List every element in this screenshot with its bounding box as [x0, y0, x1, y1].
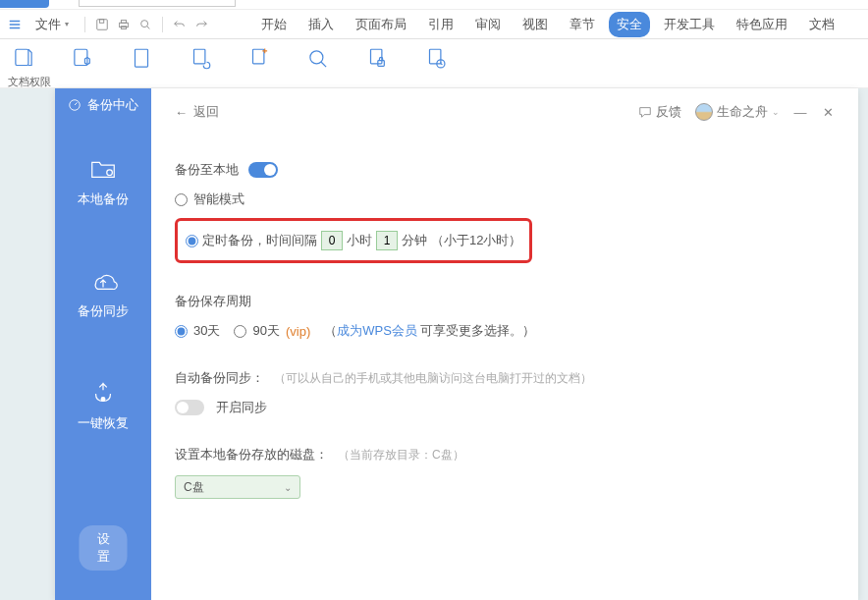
- ribbon-toolbar: 文件 ▾ 开始 插入 页面布局 引用 审阅 视图 章节 安全 开发工具 特色应用…: [0, 10, 868, 39]
- minutes-input[interactable]: [376, 231, 398, 250]
- limit-note: （小于12小时）: [431, 232, 521, 249]
- document-tab[interactable]: [79, 0, 236, 7]
- doc-search-icon[interactable]: [302, 43, 334, 75]
- dialog-header-right: 反馈 生命之舟 ⌄ — ✕: [638, 103, 835, 121]
- doc-blank-icon[interactable]: [126, 43, 157, 75]
- retention-90-radio[interactable]: [234, 325, 246, 338]
- back-label: 返回: [193, 103, 219, 121]
- svg-rect-6: [16, 49, 28, 65]
- autosync-enable-label: 开启同步: [216, 399, 267, 416]
- svg-point-18: [101, 398, 105, 402]
- disk-title-row: 设置本地备份存放的磁盘： （当前存放目录：C盘）: [175, 446, 835, 464]
- retention-rest: 可享受更多选择。）: [417, 323, 536, 338]
- settings-button[interactable]: 设置: [80, 525, 128, 571]
- dashboard-icon: [68, 98, 81, 112]
- retention-30-radio[interactable]: [175, 325, 188, 338]
- user-name: 生命之舟: [717, 103, 768, 121]
- local-backup-toggle[interactable]: [248, 162, 278, 178]
- chevron-down-icon: ⌄: [772, 107, 780, 117]
- tab-insert[interactable]: 插入: [300, 12, 342, 37]
- autosync-toggle[interactable]: [175, 400, 204, 415]
- tab-page-layout[interactable]: 页面布局: [348, 12, 414, 37]
- svg-rect-0: [97, 19, 108, 29]
- backup-center-dialog: 备份中心 本地备份 备份同步 一键恢复 设置 ←: [55, 88, 858, 600]
- restore-icon: [88, 377, 118, 407]
- cloud-upload-icon: [88, 265, 118, 295]
- doc-permission-icon[interactable]: [8, 43, 39, 75]
- dialog-content: ← 返回 反馈 生命之舟 ⌄ — ✕: [151, 88, 858, 600]
- tab-chapter[interactable]: 章节: [562, 12, 603, 37]
- doc-time-icon[interactable]: [420, 43, 452, 75]
- document-area: 备份中心 本地备份 备份同步 一键恢复 设置 ←: [0, 88, 868, 600]
- svg-rect-12: [371, 49, 382, 64]
- autosync-hint: （可以从自己的手机或其他电脑访问这台电脑打开过的文档）: [274, 370, 592, 387]
- minimize-button[interactable]: —: [793, 105, 807, 120]
- disk-select[interactable]: C盘 ⌄: [175, 475, 300, 499]
- svg-rect-3: [121, 20, 126, 23]
- local-backup-title: 备份至本地: [175, 161, 239, 179]
- vip-badge: (vip): [286, 324, 310, 339]
- hours-input[interactable]: [321, 231, 343, 250]
- smart-mode-label: 智能模式: [193, 191, 244, 208]
- tab-security[interactable]: 安全: [609, 12, 650, 37]
- ribbon-group-security: 文档权限: [0, 39, 868, 88]
- local-backup-title-row: 备份至本地: [175, 161, 835, 179]
- hours-label: 小时: [347, 232, 372, 249]
- save-icon[interactable]: [93, 16, 111, 33]
- autosync-title: 自动备份同步：: [175, 369, 264, 387]
- doc-add-icon[interactable]: [244, 43, 275, 75]
- smart-mode-radio[interactable]: [175, 193, 188, 206]
- back-button[interactable]: ← 返回: [175, 103, 219, 121]
- ribbon-group-label: 文档权限: [8, 75, 51, 89]
- retention-note: （成为WPS会员 可享受更多选择。）: [324, 322, 535, 340]
- chat-icon: [638, 105, 652, 119]
- doc-refresh-icon[interactable]: [185, 43, 216, 75]
- feedback-label: 反馈: [656, 103, 681, 121]
- close-button[interactable]: ✕: [821, 105, 835, 120]
- smart-mode-row: 智能模式: [175, 191, 835, 208]
- svg-point-11: [310, 51, 323, 64]
- settings-label: 设置: [97, 531, 110, 564]
- sidebar-item-label: 本地备份: [78, 191, 129, 208]
- sidebar-item-restore[interactable]: 一键恢复: [78, 377, 129, 432]
- redo-icon[interactable]: [192, 16, 210, 33]
- chevron-down-icon: ⌄: [284, 482, 292, 493]
- sidebar-item-label: 一键恢复: [78, 414, 129, 432]
- arrow-left-icon: ←: [175, 105, 188, 120]
- doc-shield-icon[interactable]: [67, 43, 98, 75]
- disk-selected-label: C盘: [184, 479, 204, 496]
- sidebar-item-local-backup[interactable]: 本地备份: [78, 153, 129, 208]
- file-menu-button[interactable]: 文件 ▾: [27, 14, 77, 35]
- print-icon[interactable]: [115, 16, 133, 33]
- autosync-enable-row: 开启同步: [175, 399, 835, 416]
- feedback-button[interactable]: 反馈: [638, 103, 681, 121]
- tab-doc[interactable]: 文档: [801, 12, 842, 37]
- svg-rect-8: [136, 49, 148, 67]
- undo-icon[interactable]: [171, 16, 189, 33]
- folder-icon: [88, 153, 118, 183]
- section-autosync: 自动备份同步： （可以从自己的手机或其他电脑访问这台电脑打开过的文档） 开启同步: [175, 369, 835, 416]
- paren-open: （: [324, 323, 337, 338]
- user-menu[interactable]: 生命之舟 ⌄: [695, 103, 780, 121]
- retention-90-option[interactable]: 90天(vip): [234, 322, 310, 340]
- autosync-title-row: 自动备份同步： （可以从自己的手机或其他电脑访问这台电脑打开过的文档）: [175, 369, 835, 387]
- timed-backup-radio[interactable]: [186, 235, 198, 247]
- tab-view[interactable]: 视图: [515, 12, 556, 37]
- wps-member-link[interactable]: 成为WPS会员: [337, 323, 417, 338]
- doc-lock-icon[interactable]: [361, 43, 393, 75]
- menu-icon[interactable]: [6, 16, 24, 33]
- tab-devtools[interactable]: 开发工具: [656, 12, 723, 37]
- tab-review[interactable]: 审阅: [467, 12, 509, 37]
- disk-title: 设置本地备份存放的磁盘：: [175, 446, 328, 464]
- divider: [84, 17, 85, 32]
- sidebar-item-backup-sync[interactable]: 备份同步: [78, 265, 129, 320]
- file-menu-label: 文件: [35, 16, 61, 33]
- tab-special[interactable]: 特色应用: [729, 12, 795, 37]
- retention-30-option[interactable]: 30天: [175, 322, 220, 340]
- sidebar-item-label: 备份同步: [78, 302, 129, 320]
- tab-start[interactable]: 开始: [253, 12, 295, 37]
- tab-references[interactable]: 引用: [420, 12, 461, 37]
- svg-rect-1: [99, 19, 103, 23]
- section-disk: 设置本地备份存放的磁盘： （当前存放目录：C盘） C盘 ⌄: [175, 446, 835, 499]
- preview-icon[interactable]: [136, 16, 154, 33]
